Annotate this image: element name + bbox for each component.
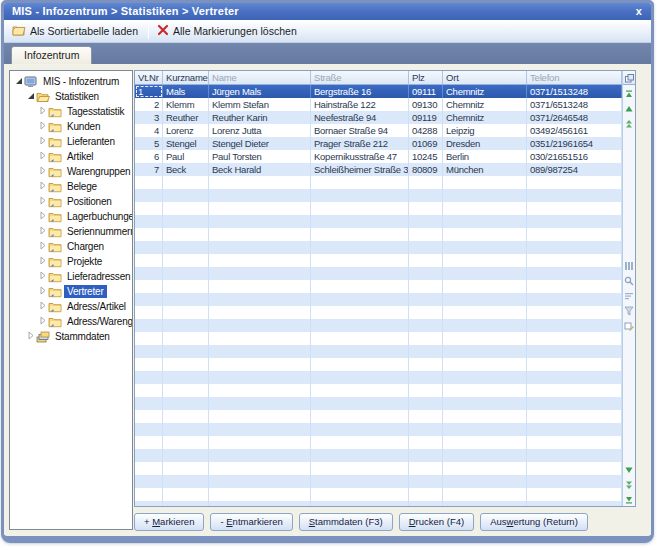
tree-expander[interactable]: [37, 122, 47, 132]
table-row-empty: [135, 345, 635, 358]
table-row[interactable]: 6PaulPaul TorstenKopernikusstraße 471024…: [135, 150, 635, 163]
collapsed-arrow-icon[interactable]: [38, 196, 47, 207]
tree-expander[interactable]: [25, 92, 35, 102]
tree-expander[interactable]: [37, 212, 47, 222]
load-sort-table-label: Als Sortiertabelle laden: [30, 25, 138, 37]
tree-expander[interactable]: [37, 197, 47, 207]
scroll-to-top-button[interactable]: [624, 87, 635, 98]
column-header-ort[interactable]: Ort: [443, 71, 527, 84]
table-row[interactable]: 7BeckBeck HaraldSchleißheimer Straße 378…: [135, 163, 635, 176]
expanded-arrow-icon[interactable]: [14, 76, 23, 87]
grid-edit-button[interactable]: [624, 320, 635, 331]
tree-item-seriennummern[interactable]: Seriennummern: [10, 224, 132, 239]
tree-expander[interactable]: [37, 287, 47, 297]
table-row-empty: [135, 306, 635, 319]
tree-item-positionen[interactable]: Positionen: [10, 194, 132, 209]
collapsed-arrow-icon[interactable]: [38, 106, 47, 117]
cell-telefon: 03492/456161: [527, 124, 622, 137]
collapsed-arrow-icon[interactable]: [38, 136, 47, 147]
collapsed-arrow-icon[interactable]: [38, 286, 47, 297]
tree-item-lieferanten[interactable]: Lieferanten: [10, 134, 132, 149]
tree-item-mis-infozentrum[interactable]: MIS - Infozentrum: [10, 74, 132, 89]
drucken-f4-button[interactable]: Drucken (F4): [399, 513, 474, 531]
tree-expander[interactable]: [37, 107, 47, 117]
collapsed-arrow-icon[interactable]: [38, 256, 47, 267]
table-row[interactable]: 2KlemmKlemm StefanHainstraße 12209130Che…: [135, 98, 635, 111]
column-header-plz[interactable]: Plz: [409, 71, 443, 84]
tree-item-vertreter[interactable]: Vertreter: [10, 284, 132, 299]
collapsed-arrow-icon[interactable]: [38, 121, 47, 132]
tree-expander[interactable]: [37, 182, 47, 192]
tree-expander[interactable]: [25, 332, 35, 342]
cell-ort: [443, 267, 527, 280]
tree-item-stammdaten[interactable]: Stammdaten: [10, 329, 132, 344]
collapsed-arrow-icon[interactable]: [38, 181, 47, 192]
collapsed-arrow-icon[interactable]: [38, 316, 47, 327]
column-header-strasse[interactable]: Straße: [311, 71, 409, 84]
collapsed-arrow-icon[interactable]: [38, 301, 47, 312]
table-row[interactable]: 4LorenzLorenz JuttaBornaer Straße 940428…: [135, 124, 635, 137]
table-row-empty: [135, 319, 635, 332]
collapsed-arrow-icon[interactable]: [38, 241, 47, 252]
entmarkieren-button[interactable]: - Entmarkieren: [210, 513, 292, 531]
cell-plz: [409, 280, 443, 293]
close-button[interactable]: x: [636, 3, 642, 20]
tree-expander[interactable]: [37, 302, 47, 312]
tree-expander[interactable]: [37, 167, 47, 177]
tree-item-adress-artikel[interactable]: Adress/Artikel: [10, 299, 132, 314]
scroll-up-button[interactable]: [624, 102, 635, 113]
filter-button[interactable]: [624, 305, 635, 316]
collapsed-arrow-icon[interactable]: [26, 331, 35, 342]
tree-expander[interactable]: [37, 242, 47, 252]
column-header-name[interactable]: Name: [209, 71, 311, 84]
expanded-arrow-icon[interactable]: [26, 91, 35, 102]
tree-item-label: Positionen: [64, 195, 115, 208]
tree-expander[interactable]: [13, 77, 23, 87]
tree-item-lieferadressen[interactable]: Lieferadressen: [10, 269, 132, 284]
tree-expander[interactable]: [37, 257, 47, 267]
auswertung-return-button[interactable]: Auswertung (Return): [480, 513, 588, 531]
tree-expander[interactable]: [37, 317, 47, 327]
collapsed-arrow-icon[interactable]: [38, 166, 47, 177]
tree-item-chargen[interactable]: Chargen: [10, 239, 132, 254]
stammdaten-f3-button[interactable]: Stammdaten (F3): [299, 513, 393, 531]
tree-item-kunden[interactable]: Kunden: [10, 119, 132, 134]
tree-expander[interactable]: [37, 227, 47, 237]
tree-item-adress-warengruppen[interactable]: Adress/Warengruppen: [10, 314, 132, 329]
tree-item-lagerbuchungen[interactable]: Lagerbuchungen: [10, 209, 132, 224]
collapsed-arrow-icon[interactable]: [38, 226, 47, 237]
collapsed-arrow-icon[interactable]: [38, 271, 47, 282]
load-sort-table-button[interactable]: Als Sortiertabelle laden: [8, 22, 144, 40]
cell-telefon: [527, 241, 622, 254]
tree-item-artikel[interactable]: Artikel: [10, 149, 132, 164]
collapsed-arrow-icon[interactable]: [38, 151, 47, 162]
column-header-telefon[interactable]: Telefon: [527, 71, 622, 84]
column-tools-button[interactable]: [624, 260, 635, 271]
search-button[interactable]: [624, 275, 635, 286]
tree-item-belege[interactable]: Belege: [10, 179, 132, 194]
scroll-to-bottom-button[interactable]: [624, 493, 635, 504]
tree-item-tagesstatistik[interactable]: Tagesstatistik: [10, 104, 132, 119]
stack-icon: [36, 331, 50, 343]
tree-item-statistiken[interactable]: Statistiken: [10, 89, 132, 104]
folder-icon: [48, 244, 62, 255]
tree-item-projekte[interactable]: Projekte: [10, 254, 132, 269]
table-row[interactable]: 3ReutherReuther KarinNeefestraße 9409119…: [135, 111, 635, 124]
tab-infozentrum[interactable]: Infozentrum: [11, 46, 92, 64]
clear-marks-button[interactable]: Alle Markierungen löschen: [153, 22, 303, 40]
tree-expander[interactable]: [37, 272, 47, 282]
table-row[interactable]: 5StengelStengel DieterPrager Straße 2120…: [135, 137, 635, 150]
open-folder-icon: [12, 24, 26, 38]
collapsed-arrow-icon[interactable]: [38, 211, 47, 222]
scroll-down-button[interactable]: [624, 463, 635, 474]
scroll-page-up-button[interactable]: [624, 117, 635, 128]
sort-tools-button[interactable]: [624, 290, 635, 301]
markieren-button[interactable]: + Markieren: [134, 513, 204, 531]
table-row[interactable]: 1MalsJürgen MalsBergstraße 1609111Chemni…: [135, 85, 635, 98]
tree-item-warengruppen[interactable]: Warengruppen: [10, 164, 132, 179]
column-header-nr[interactable]: Vt.Nr▼: [135, 71, 163, 84]
scroll-page-down-button[interactable]: [624, 478, 635, 489]
tree-expander[interactable]: [37, 137, 47, 147]
tree-expander[interactable]: [37, 152, 47, 162]
column-header-kurzname[interactable]: Kurzname: [163, 71, 209, 84]
